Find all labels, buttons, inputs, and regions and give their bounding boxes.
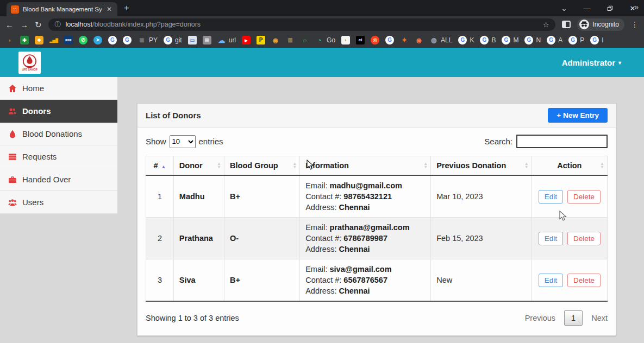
bookmark-globe-all[interactable]: ◍ ALL	[429, 36, 452, 45]
bookmark-cl-badge[interactable]: cl	[356, 36, 365, 45]
bookmark-go-ring[interactable]: ◔ Go	[315, 36, 335, 45]
side-panel-icon[interactable]	[562, 21, 571, 28]
bookmark-screen[interactable]: ▭	[188, 36, 197, 45]
app-logo[interactable]: LIFE SAVIOR	[18, 52, 41, 74]
sidebar-item-requests[interactable]: Requests	[0, 145, 117, 168]
donors-table: #▲ Donor▴▾ Blood Group▴▾ Information▴▾ P	[146, 156, 608, 302]
new-entry-button[interactable]: + New Entry	[548, 108, 608, 123]
tab-search-chevron-icon[interactable]: ⌄	[553, 0, 576, 16]
column-header-number[interactable]: #▲	[146, 156, 174, 176]
bookmark-favicon-icon: G	[164, 36, 172, 45]
bookmark-bird[interactable]: ◗	[341, 36, 350, 45]
page-number-button[interactable]: 1	[564, 310, 583, 326]
bookmark-favicon-icon: cl	[356, 36, 365, 45]
action-cell: Edit Delete	[532, 259, 607, 302]
bookmark-sheets[interactable]: ✚	[20, 36, 29, 45]
bookmark-telegram[interactable]: ➤	[93, 36, 102, 45]
bookmark-git[interactable]: G git	[164, 36, 182, 45]
search-input[interactable]	[516, 135, 608, 148]
donor-information: Email: prathana@gmail.com Contact #: 678…	[300, 218, 431, 259]
back-icon[interactable]: ←	[5, 21, 14, 29]
bookmarks-overflow-icon[interactable]: »	[634, 3, 639, 11]
bookmark-archive[interactable]: ▤	[203, 36, 211, 45]
action-cell: Edit Delete	[532, 175, 607, 218]
delete-button[interactable]: Delete	[567, 190, 601, 204]
bookmark-ring-green[interactable]: ○	[301, 36, 309, 45]
bookmark-whatsapp[interactable]: ✆	[79, 36, 87, 45]
bookmark-google-m[interactable]: G M	[502, 36, 518, 45]
bookmark-favicon-icon: ▦	[137, 36, 146, 45]
bookmark-google-2[interactable]: G	[123, 36, 132, 45]
bookmark-xampp-dim[interactable]: ◗	[5, 36, 14, 45]
sidebar-item-donors[interactable]: Donors	[0, 100, 117, 123]
bookmark-cart-dim[interactable]: ▥	[286, 36, 295, 45]
site-info-icon[interactable]: ⓘ	[55, 20, 61, 29]
page-length-select[interactable]: 10	[170, 135, 196, 148]
bookmark-favicon-icon: ▥	[286, 36, 295, 45]
edit-button[interactable]: Edit	[539, 232, 563, 245]
bookmark-google-k[interactable]: G K	[458, 36, 474, 45]
next-page-button[interactable]: Next	[591, 314, 608, 322]
bookmark-google-a[interactable]: G A	[547, 36, 562, 45]
delete-button[interactable]: Delete	[567, 274, 601, 287]
bookmark-cloud-url[interactable]: ☁ url	[217, 36, 236, 45]
bookmark-p-badge[interactable]: P	[257, 36, 265, 45]
column-header-donor[interactable]: Donor▴▾	[173, 156, 224, 176]
previous-page-button[interactable]: Previous	[525, 314, 555, 322]
bookmark-eye[interactable]: ◉	[415, 36, 423, 45]
bookmark-yandex[interactable]: Я	[371, 36, 379, 45]
donor-information: Email: madhu@gmail.com Contact #: 987654…	[300, 175, 431, 218]
donor-name: Siva	[173, 259, 224, 302]
sidebar-item-handed-over[interactable]: Handed Over	[0, 168, 117, 191]
reload-icon[interactable]: ↻	[35, 21, 42, 29]
sidebar-item-home[interactable]: Home	[0, 77, 117, 100]
panel-title: List of Donors	[146, 111, 201, 120]
bookmark-google-3[interactable]: G	[385, 36, 394, 45]
bookmark-google-b[interactable]: G B	[480, 36, 496, 45]
bookmark-matlab[interactable]: ✦	[400, 36, 409, 45]
forward-icon[interactable]: →	[20, 21, 28, 29]
bookmark-google-p[interactable]: G P	[568, 36, 584, 45]
home-icon	[8, 84, 17, 93]
browser-menu-icon[interactable]: ⋮	[631, 20, 639, 29]
close-window-icon[interactable]: ✕	[621, 0, 644, 16]
users-group-icon	[8, 198, 17, 207]
bookmark-film-camera[interactable]: ◉	[271, 36, 280, 45]
bookmark-analytics[interactable]: ▂▅█	[49, 36, 58, 45]
bookmark-favicon-icon: G	[524, 36, 533, 45]
bookmark-label: url	[229, 36, 236, 44]
incognito-label: Incognito	[592, 21, 619, 28]
edit-button[interactable]: Edit	[539, 274, 563, 287]
bookmark-favicon-icon: G	[590, 36, 599, 45]
bookmark-youtube[interactable]: ▶	[242, 36, 251, 45]
sidebar-item-blood-donations[interactable]: Blood Donations	[0, 123, 117, 145]
sidebar-item-users[interactable]: Users	[0, 191, 117, 214]
blood-group: B+	[224, 175, 300, 218]
bookmark-google-1[interactable]: G	[108, 36, 117, 45]
bookmark-google-n[interactable]: G N	[524, 36, 541, 45]
delete-button[interactable]: Delete	[567, 232, 601, 245]
page-length-control: Show 10 entries	[146, 135, 223, 148]
bookmark-favicon-icon: G	[547, 36, 555, 45]
bookmark-star-icon[interactable]: ☆	[543, 21, 549, 29]
bookmark-favicon-icon: ◗	[341, 36, 350, 45]
tab-close-icon[interactable]: ✕	[105, 5, 113, 13]
restore-icon[interactable]	[598, 0, 621, 16]
bookmark-camera[interactable]: ◆	[35, 36, 43, 45]
new-tab-button[interactable]: +	[124, 3, 129, 14]
column-header-previous-donation[interactable]: Previuos Donation▴▾	[431, 156, 532, 176]
minimize-icon[interactable]: —	[576, 0, 598, 16]
bookmark-google-i[interactable]: G I	[590, 36, 603, 45]
edit-button[interactable]: Edit	[539, 190, 563, 204]
browser-tab[interactable]: ∷ Blood Bank Management System ✕	[7, 2, 117, 16]
user-menu-administrator[interactable]: Administrator ▾	[562, 48, 621, 77]
column-header-action[interactable]: Action▴▾	[532, 156, 607, 176]
column-header-information[interactable]: Information▴▾	[300, 156, 431, 176]
address-bar[interactable]: ⓘ localhost/bloodbank/index.php?page=don…	[48, 18, 556, 31]
bookmark-ieee[interactable]: IEEE	[64, 36, 73, 45]
bookmark-favicon-icon: ☁	[217, 36, 226, 45]
bookmark-python[interactable]: ▦ PY	[137, 36, 158, 45]
bookmark-favicon-icon: ✦	[400, 36, 409, 45]
blood-droplet-icon	[8, 129, 17, 138]
column-header-blood-group[interactable]: Blood Group▴▾	[224, 156, 300, 176]
